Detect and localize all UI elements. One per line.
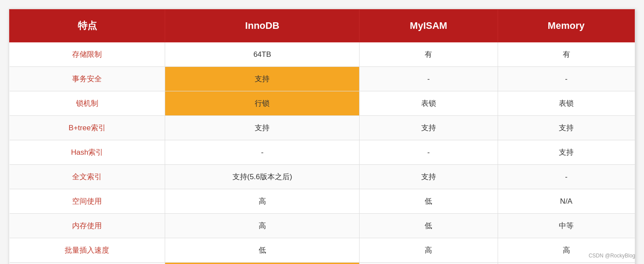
cell-innodb: 支持	[165, 263, 360, 264]
table-row: 支持外键支持--	[10, 263, 635, 264]
cell-myisam: 低	[360, 214, 498, 238]
cell-memory: -	[498, 263, 634, 264]
table-row: B+tree索引支持支持支持	[10, 116, 635, 140]
table-row: Hash索引--支持	[10, 140, 635, 165]
cell-memory: N/A	[498, 189, 634, 214]
cell-innodb: 高	[165, 214, 360, 238]
cell-myisam: -	[360, 67, 498, 91]
table-row: 存储限制64TB有有	[10, 42, 635, 67]
col-header-feature: 特点	[10, 10, 165, 42]
cell-memory: 支持	[498, 140, 634, 165]
cell-feature: 事务安全	[10, 67, 165, 91]
table-row: 批量插入速度低高高	[10, 238, 635, 263]
cell-myisam: 支持	[360, 116, 498, 140]
watermark-text: CSDN @RockyBlog	[589, 253, 635, 259]
cell-innodb: -	[165, 140, 360, 165]
cell-feature: B+tree索引	[10, 116, 165, 140]
cell-memory: 有	[498, 42, 634, 67]
cell-feature: 存储限制	[10, 42, 165, 67]
cell-innodb: 支持	[165, 67, 360, 91]
cell-myisam: 支持	[360, 165, 498, 189]
col-header-innodb: InnoDB	[165, 10, 360, 42]
cell-innodb: 低	[165, 238, 360, 263]
cell-memory: 表锁	[498, 91, 634, 116]
cell-feature: 内存使用	[10, 214, 165, 238]
table-row: 全文索引支持(5.6版本之后)支持-	[10, 165, 635, 189]
cell-myisam: 有	[360, 42, 498, 67]
engine-comparison-table: 特点 InnoDB MyISAM Memory 存储限制64TB有有事务安全支持…	[9, 9, 635, 264]
cell-myisam: 低	[360, 189, 498, 214]
cell-innodb: 支持	[165, 116, 360, 140]
cell-feature: 空间使用	[10, 189, 165, 214]
cell-innodb: 支持(5.6版本之后)	[165, 165, 360, 189]
cell-myisam: -	[360, 263, 498, 264]
col-header-myisam: MyISAM	[360, 10, 498, 42]
table-row: 内存使用高低中等	[10, 214, 635, 238]
table-row: 锁机制行锁表锁表锁	[10, 91, 635, 116]
cell-memory: 支持	[498, 116, 634, 140]
cell-myisam: 表锁	[360, 91, 498, 116]
cell-memory: -	[498, 67, 634, 91]
table-row: 空间使用高低N/A	[10, 189, 635, 214]
table-row: 事务安全支持--	[10, 67, 635, 91]
cell-feature: 锁机制	[10, 91, 165, 116]
cell-myisam: 高	[360, 238, 498, 263]
comparison-table-container: 特点 InnoDB MyISAM Memory 存储限制64TB有有事务安全支持…	[9, 9, 635, 264]
cell-memory: -	[498, 165, 634, 189]
cell-memory: 高	[498, 238, 634, 263]
cell-innodb: 行锁	[165, 91, 360, 116]
cell-innodb: 64TB	[165, 42, 360, 67]
cell-feature: 支持外键	[10, 263, 165, 264]
cell-feature: 全文索引	[10, 165, 165, 189]
cell-innodb: 高	[165, 189, 360, 214]
cell-feature: Hash索引	[10, 140, 165, 165]
cell-memory: 中等	[498, 214, 634, 238]
table-body: 存储限制64TB有有事务安全支持--锁机制行锁表锁表锁B+tree索引支持支持支…	[10, 42, 635, 264]
cell-myisam: -	[360, 140, 498, 165]
table-header-row: 特点 InnoDB MyISAM Memory	[10, 10, 635, 42]
col-header-memory: Memory	[498, 10, 634, 42]
cell-feature: 批量插入速度	[10, 238, 165, 263]
